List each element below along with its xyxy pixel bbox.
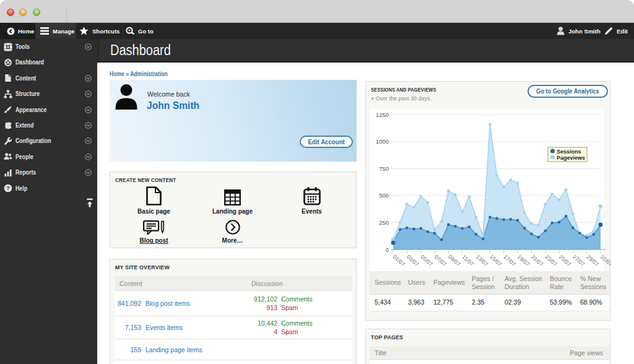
- svg-text:0: 0: [386, 246, 389, 253]
- svg-text:Pageviews: Pageviews: [557, 155, 585, 161]
- svg-text:?: ?: [6, 185, 9, 191]
- svg-text:500: 500: [379, 192, 389, 199]
- svg-text:750: 750: [379, 165, 389, 172]
- svg-text:Sessions: Sessions: [557, 149, 581, 155]
- svg-text:250: 250: [379, 219, 389, 226]
- svg-text:1250: 1250: [376, 111, 389, 118]
- svg-text:1000: 1000: [376, 138, 389, 145]
